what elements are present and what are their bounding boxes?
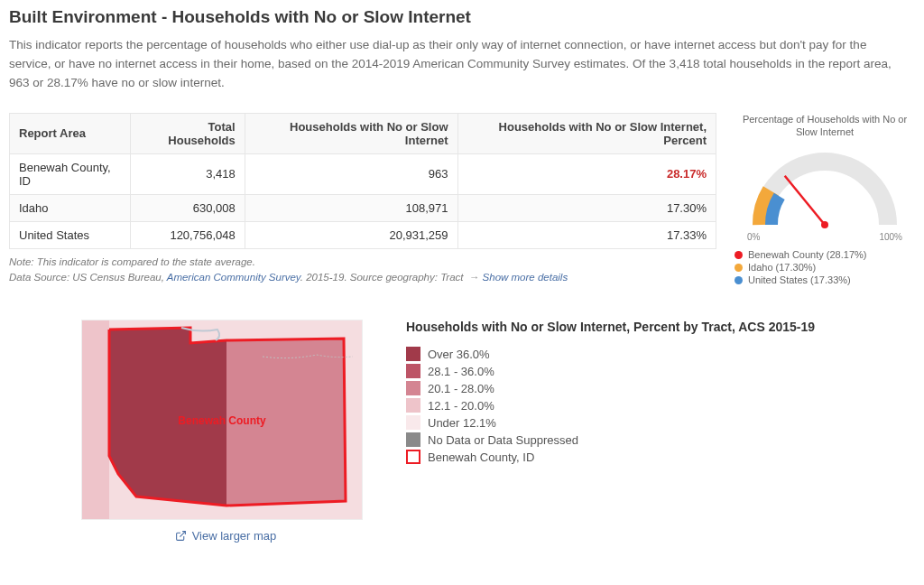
legend-label: 20.1 - 28.0% bbox=[428, 382, 494, 395]
outline-swatch-icon bbox=[406, 450, 420, 464]
col-pct: Households with No or Slow Internet, Per… bbox=[457, 113, 716, 153]
svg-line-6 bbox=[180, 532, 185, 537]
page-title: Built Environment - Households with No o… bbox=[9, 7, 915, 27]
cell-total: 3,418 bbox=[131, 153, 245, 194]
cell-nos: 20,931,259 bbox=[245, 221, 457, 248]
cell-pct: 17.30% bbox=[457, 194, 716, 221]
gauge-tick-0: 0% bbox=[747, 232, 760, 242]
gauge-legend-label: United States (17.33%) bbox=[748, 274, 851, 285]
gauge-svg bbox=[744, 144, 906, 234]
swatch-icon bbox=[406, 432, 420, 447]
col-area: Report Area bbox=[10, 113, 131, 153]
note-suffix: . 2015-19. Source geography: Tract bbox=[300, 272, 464, 283]
legend-label: Benewah County, ID bbox=[428, 450, 534, 464]
dot-icon bbox=[735, 264, 743, 272]
arrow-icon: → bbox=[469, 272, 480, 283]
gauge-chart: Percentage of Households with No or Slow… bbox=[735, 113, 915, 288]
col-total: Total Households bbox=[131, 113, 245, 153]
legend-label: Over 36.0% bbox=[428, 348, 490, 361]
indicator-description: This indicator reports the percentage of… bbox=[9, 36, 893, 93]
col-nos: Households with No or Slow Internet bbox=[245, 113, 457, 153]
map-legend-title: Households with No or Slow Internet, Per… bbox=[406, 320, 843, 334]
note-line1: Note: This indicator is compared to the … bbox=[9, 255, 716, 270]
cell-area: Idaho bbox=[10, 194, 131, 221]
cell-total: 120,756,048 bbox=[131, 221, 245, 248]
cell-total: 630,008 bbox=[131, 194, 245, 221]
table-row: Idaho 630,008 108,971 17.30% bbox=[10, 194, 716, 221]
tract-map[interactable]: Benewah County bbox=[81, 320, 363, 520]
gauge-legend: Benewah County (28.17%) Idaho (17.30%) U… bbox=[735, 249, 915, 285]
legend-label: 28.1 - 36.0% bbox=[428, 365, 494, 378]
table-note: Note: This indicator is compared to the … bbox=[9, 255, 716, 286]
swatch-icon bbox=[406, 347, 420, 361]
cell-nos: 108,971 bbox=[245, 194, 457, 221]
map-legend: Households with No or Slow Internet, Per… bbox=[406, 320, 843, 544]
gauge-tick-100: 100% bbox=[879, 232, 902, 242]
cell-area: Benewah County, ID bbox=[10, 153, 131, 194]
data-table: Report Area Total Households Households … bbox=[9, 113, 716, 249]
map-link-text: View larger map bbox=[192, 529, 277, 543]
legend-label: 12.1 - 20.0% bbox=[428, 399, 494, 413]
cell-pct: 28.17% bbox=[457, 153, 716, 194]
gauge-legend-label: Benewah County (28.17%) bbox=[748, 249, 866, 260]
svg-point-1 bbox=[821, 221, 828, 228]
gauge-title: Percentage of Households with No or Slow… bbox=[735, 113, 915, 139]
gauge-legend-label: Idaho (17.30%) bbox=[748, 262, 816, 273]
swatch-icon bbox=[406, 398, 420, 413]
show-more-link[interactable]: Show more details bbox=[483, 272, 568, 283]
swatch-icon bbox=[406, 415, 420, 430]
legend-label: Under 12.1% bbox=[428, 416, 496, 430]
cell-area: United States bbox=[10, 221, 131, 248]
source-link[interactable]: American Community Survey bbox=[167, 272, 300, 283]
svg-rect-3 bbox=[82, 320, 109, 519]
table-row: United States 120,756,048 20,931,259 17.… bbox=[10, 221, 716, 248]
swatch-icon bbox=[406, 364, 420, 378]
cell-nos: 963 bbox=[245, 153, 457, 194]
map-county-label: Benewah County bbox=[178, 414, 266, 427]
cell-pct: 17.33% bbox=[457, 221, 716, 248]
external-link-icon bbox=[175, 530, 187, 542]
view-larger-map-link[interactable]: View larger map bbox=[175, 529, 277, 543]
swatch-icon bbox=[406, 381, 420, 395]
dot-icon bbox=[735, 276, 743, 284]
svg-line-0 bbox=[785, 176, 825, 225]
table-row: Benewah County, ID 3,418 963 28.17% bbox=[10, 153, 716, 194]
legend-label: No Data or Data Suppressed bbox=[428, 433, 578, 447]
dot-icon bbox=[735, 251, 743, 259]
note-prefix: Data Source: US Census Bureau, bbox=[9, 272, 167, 283]
